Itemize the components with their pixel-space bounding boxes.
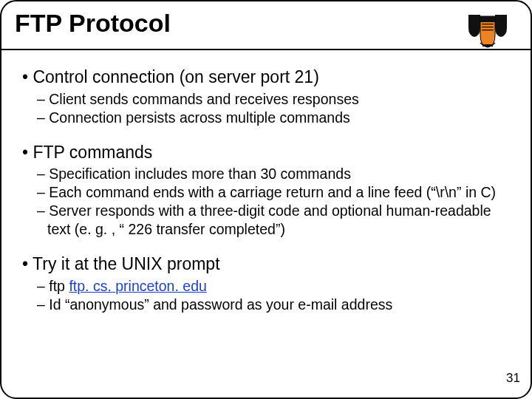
dash-glyph: –: [37, 109, 49, 126]
bullet-level2: – Id “anonymous” and password as your e-…: [22, 296, 513, 314]
bullet-level2: – Specification includes more than 30 co…: [22, 165, 513, 183]
bullet-glyph: •: [22, 67, 33, 86]
spacer: [22, 127, 513, 142]
slide-title: FTP Protocol: [15, 9, 517, 42]
dash-glyph: –: [37, 184, 49, 200]
dash-glyph: –: [37, 91, 49, 107]
bullet-glyph: •: [22, 143, 33, 162]
dash-glyph: –: [37, 166, 49, 182]
page-number: 31: [506, 371, 520, 386]
sub-text: Each command ends with a carriage return…: [49, 184, 496, 200]
bullet-text: FTP commands: [33, 143, 152, 162]
title-underline: [1, 49, 531, 50]
bullet-glyph: •: [22, 254, 33, 273]
sub-text-prefix: ftp: [49, 278, 69, 294]
slide-frame: FTP Protocol • Control connection (on se…: [0, 0, 532, 399]
ftp-host-link[interactable]: ftp. cs. princeton. edu: [69, 278, 206, 294]
svg-rect-3: [482, 30, 494, 30]
sub-text: Connection persists across multiple comm…: [49, 109, 350, 126]
svg-rect-2: [482, 27, 494, 27]
dash-glyph: –: [37, 296, 49, 313]
svg-rect-0: [480, 16, 495, 22]
dash-glyph: –: [37, 202, 49, 219]
bullet-text: Control connection (on server port 21): [33, 67, 318, 86]
bullet-level1: • Control connection (on server port 21): [22, 66, 513, 88]
princeton-shield-logo: [464, 12, 511, 49]
sub-text: Specification includes more than 30 comm…: [49, 166, 351, 182]
bullet-level2: – Connection persists across multiple co…: [22, 109, 513, 127]
bullet-level1: • Try it at the UNIX prompt: [22, 253, 513, 275]
bullet-level2: – ftp ftp. cs. princeton. edu: [22, 277, 513, 296]
sub-text: Server responds with a three-digit code …: [47, 202, 491, 237]
sub-text: Client sends commands and receives respo…: [49, 91, 358, 107]
spacer: [22, 239, 513, 253]
sub-text: Id “anonymous” and password as your e-ma…: [49, 296, 392, 313]
svg-rect-4: [482, 44, 493, 47]
dash-glyph: –: [37, 278, 49, 294]
svg-rect-1: [482, 24, 494, 24]
bullet-level2: – Each command ends with a carriage retu…: [22, 183, 513, 202]
bullet-level1: • FTP commands: [22, 142, 513, 163]
bullet-level2: – Server responds with a three-digit cod…: [22, 202, 513, 239]
bullet-level2: – Client sends commands and receives res…: [22, 90, 513, 109]
bullet-text: Try it at the UNIX prompt: [33, 254, 220, 273]
slide-body: • Control connection (on server port 21)…: [22, 66, 513, 314]
title-area: FTP Protocol: [15, 9, 517, 42]
